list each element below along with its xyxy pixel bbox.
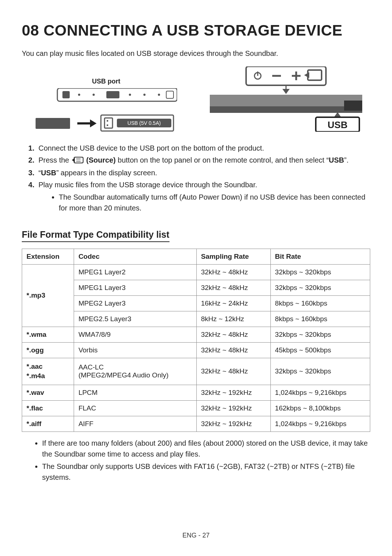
svg-point-6 [143,94,146,96]
svg-point-5 [129,94,131,96]
cell-codec: MPEG1 Layer3 [74,280,197,295]
cell-extension: *.mp3 [22,264,74,327]
soundbar-usb-svg: USB (5V 0.5A) [36,88,177,132]
step-2-source-label: (Source) [86,156,116,164]
table-row: MPEG1 Layer332kHz ~ 48kHz32kbps ~ 320kbp… [22,280,370,295]
table-row: MPEG2 Layer316kHz ~ 24kHz8kbps ~ 160kbps [22,295,370,311]
cell-rate: 16kHz ~ 24kHz [196,295,270,311]
table-row: *.mp3MPEG1 Layer232kHz ~ 48kHz32kbps ~ 3… [22,264,370,280]
step-1: Connect the USB device to the USB port o… [28,143,370,154]
step-3-close: ” appears in the display screen. [56,169,157,177]
cell-codec: AAC-LC(MPEG2/MPEG4 Audio Only) [74,358,197,385]
svg-rect-30 [344,101,362,111]
step-4-text: Play music files from the USB storage de… [38,181,257,189]
step-2-mid: button on the top panel or on the remote… [116,156,329,164]
table-row: *.flacFLAC32kHz ~ 192kHz162kbps ~ 8,100k… [22,400,370,416]
cell-bit: 1,024kbps ~ 9,216kbps [270,416,370,432]
cell-bit: 162kbps ~ 8,100kbps [270,400,370,416]
step-2: Press the (Source) button on the top pan… [28,155,370,166]
intro-text: You can play music files located on USB … [22,49,370,58]
svg-rect-34 [74,157,83,163]
diagram-row: USB port USB (5V 0.5A) [22,66,370,132]
cell-extension: *.wma [22,327,74,342]
step-3: “USB” appears in the display screen. [28,167,370,178]
cell-codec: LPCM [74,385,197,400]
svg-rect-15 [107,124,108,126]
cell-codec: WMA7/8/9 [74,327,197,342]
table-row: MPEG2.5 Layer38kHz ~ 12kHz8kbps ~ 160kbp… [22,311,370,327]
th-bitrate: Bit Rate [270,249,370,264]
page-footer: ENG - 27 [0,532,392,539]
table-row: *.oggVorbis32kHz ~ 48kHz45kbps ~ 500kbps [22,342,370,358]
section-title: File Format Type Compatibility list [22,229,170,242]
cell-rate: 32kHz ~ 192kHz [196,416,270,432]
usb-display-label: USB [327,119,347,130]
svg-marker-27 [282,89,290,94]
cell-bit: 32kbps ~ 320kbps [270,327,370,342]
cell-bit: 32kbps ~ 320kbps [270,358,370,385]
step-4: Play music files from the USB storage de… [28,179,370,213]
svg-marker-35 [72,158,75,162]
th-codec: Codec [74,249,197,264]
step-2-usb: USB [329,156,344,164]
step-2-prefix: Press the [38,156,71,164]
svg-rect-8 [166,91,173,98]
cell-extension: *.wav [22,385,74,400]
cell-codec: MPEG2.5 Layer3 [74,311,197,327]
svg-rect-14 [107,120,108,122]
table-row: *.wavLPCM32kHz ~ 192kHz1,024kbps ~ 9,216… [22,385,370,400]
svg-rect-9 [36,118,70,129]
cell-codec: FLAC [74,400,197,416]
cell-bit: 32kbps ~ 320kbps [270,264,370,280]
note-2: The Soundbar only supports USB devices w… [42,461,370,483]
cell-extension: *.flac [22,400,74,416]
svg-rect-13 [105,118,113,128]
svg-point-7 [158,94,160,96]
cell-rate: 32kHz ~ 192kHz [196,385,270,400]
step-3-open: “ [38,169,41,177]
usb-port-label: USB port [22,78,191,85]
source-icon [72,155,83,166]
table-header-row: Extension Codec Sampling Rate Bit Rate [22,249,370,264]
cell-codec: Vorbis [74,342,197,358]
diagram-soundbar-display: USB [201,66,370,132]
cell-rate: 8kHz ~ 12kHz [196,311,270,327]
cell-rate: 32kHz ~ 48kHz [196,327,270,342]
cell-codec: MPEG2 Layer3 [74,295,197,311]
cell-rate: 32kHz ~ 48kHz [196,264,270,280]
cell-bit: 1,024kbps ~ 9,216kbps [270,385,370,400]
svg-marker-11 [90,119,97,127]
cell-rate: 32kHz ~ 48kHz [196,358,270,385]
cell-rate: 32kHz ~ 48kHz [196,342,270,358]
table-row: *.wmaWMA7/8/932kHz ~ 48kHz32kbps ~ 320kb… [22,327,370,342]
cell-rate: 32kHz ~ 48kHz [196,280,270,295]
th-sampling: Sampling Rate [196,249,270,264]
svg-point-2 [78,94,80,96]
substeps-list: The Soundbar automatically turns off (Au… [59,192,370,213]
substep-1: The Soundbar automatically turns off (Au… [59,192,370,213]
cell-bit: 32kbps ~ 320kbps [270,280,370,295]
steps-list: Connect the USB device to the USB port o… [28,143,370,213]
svg-marker-25 [304,72,309,78]
svg-marker-32 [334,112,341,117]
notes-list: If there are too many folders (about 200… [42,438,370,483]
cell-extension: *.aiff [22,416,74,432]
cell-extension: *.ogg [22,342,74,358]
table-row: *.aac*.m4aAAC-LC(MPEG2/MPEG4 Audio Only)… [22,358,370,385]
step-2-suffix: ”. [344,156,348,164]
svg-rect-29 [210,106,362,113]
cell-bit: 45kbps ~ 500kbps [270,342,370,358]
svg-rect-24 [308,70,322,80]
table-row: *.aiffAIFF32kHz ~ 192kHz1,024kbps ~ 9,21… [22,416,370,432]
cell-codec: AIFF [74,416,197,432]
th-extension: Extension [22,249,74,264]
diagram-soundbar-usb: USB port USB (5V 0.5A) [22,78,191,132]
cell-codec: MPEG1 Layer2 [74,264,197,280]
step-3-usb: USB [41,169,56,177]
cell-bit: 8kbps ~ 160kbps [270,311,370,327]
cell-extension: *.aac*.m4a [22,358,74,385]
usb-port-box-label: USB (5V 0.5A) [127,120,161,126]
svg-rect-1 [62,91,70,98]
soundbar-display-svg: USB [210,66,362,132]
page-title: 08 CONNECTING A USB STORAGE DEVICE [22,22,370,39]
